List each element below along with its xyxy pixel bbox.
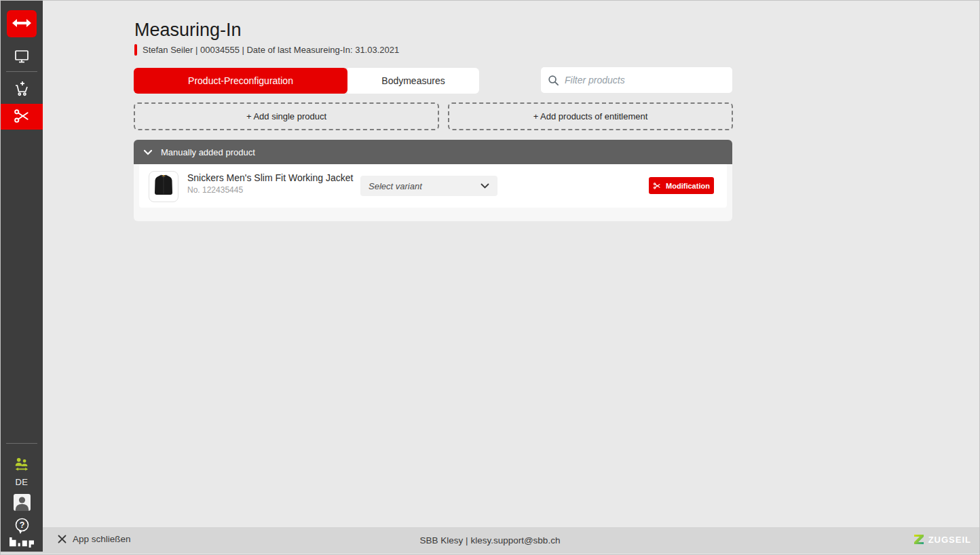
scissors-icon	[13, 107, 31, 127]
product-group-body: Snickers Men's Slim Fit Working Jacket N…	[134, 164, 732, 221]
product-row: Snickers Men's Slim Fit Working Jacket N…	[139, 164, 727, 208]
red-accent-bar	[134, 44, 137, 56]
sidebar-item-help[interactable]: ?	[1, 518, 43, 537]
language-indicator[interactable]: DE	[1, 477, 43, 487]
sidebar-pixel-logo	[1, 537, 43, 550]
cart-add-icon	[13, 80, 31, 100]
scissors-icon	[653, 182, 661, 190]
variant-select-placeholder: Select variant	[369, 181, 422, 191]
filter-products-box	[541, 67, 732, 93]
help-icon: ?	[14, 517, 31, 537]
search-icon	[548, 75, 559, 86]
pixel-logo-icon	[10, 537, 34, 550]
footer-bar: App schließen SBB Klesy | klesy.support@…	[1, 527, 979, 554]
product-thumbnail	[149, 171, 178, 202]
zugseil-logo-icon	[913, 533, 925, 546]
sidebar: DE ?	[1, 1, 43, 552]
svg-text:?: ?	[19, 520, 24, 530]
product-name: Snickers Men's Slim Fit Working Jacket	[187, 172, 353, 183]
profile-avatar-icon	[14, 494, 31, 511]
app-window: DE ?	[0, 0, 980, 555]
sidebar-item-monitor[interactable]	[1, 47, 43, 67]
product-number: No. 122435445	[187, 185, 243, 195]
group-header-label: Manually added product	[161, 147, 255, 157]
modification-button-label: Modification	[666, 182, 710, 190]
variant-select[interactable]: Select variant	[360, 176, 497, 196]
user-switch-icon	[13, 457, 31, 474]
add-products-of-entitlement-button[interactable]: + Add products of entitlement	[448, 102, 733, 130]
modification-button[interactable]: Modification	[649, 177, 714, 194]
filter-products-input[interactable]	[565, 75, 725, 85]
sidebar-divider	[6, 71, 37, 72]
chevron-down-icon	[143, 149, 153, 155]
tab-product-preconfiguration[interactable]: Product-Preconfiguration	[134, 68, 347, 94]
sbb-logo[interactable]	[7, 10, 37, 37]
chevron-down-icon	[480, 183, 489, 189]
person-info-text: Stefan Seiler | 00034555 | Date of last …	[143, 45, 399, 55]
sidebar-item-profile[interactable]	[14, 494, 31, 511]
zugseil-brand: ZUGSEIL	[913, 533, 971, 546]
sidebar-item-cart-add[interactable]	[1, 79, 43, 100]
jacket-image	[151, 172, 176, 202]
sbb-double-arrow-icon	[12, 18, 31, 31]
sidebar-item-user-switch[interactable]	[1, 455, 43, 474]
monitor-icon	[14, 48, 30, 66]
sidebar-item-measuring[interactable]	[1, 104, 43, 130]
sidebar-divider	[6, 443, 37, 444]
page-title: Measuring-In	[134, 20, 242, 41]
person-info: Stefan Seiler | 00034555 | Date of last …	[134, 44, 399, 56]
zugseil-brand-label: ZUGSEIL	[928, 535, 971, 545]
add-single-product-button[interactable]: + Add single product	[134, 102, 439, 130]
tab-bodymeasures[interactable]: Bodymeasures	[347, 68, 479, 94]
group-header-manually-added[interactable]: Manually added product	[134, 140, 732, 164]
support-contact-text: SBB Klesy | klesy.support@sbb.ch	[1, 535, 979, 546]
